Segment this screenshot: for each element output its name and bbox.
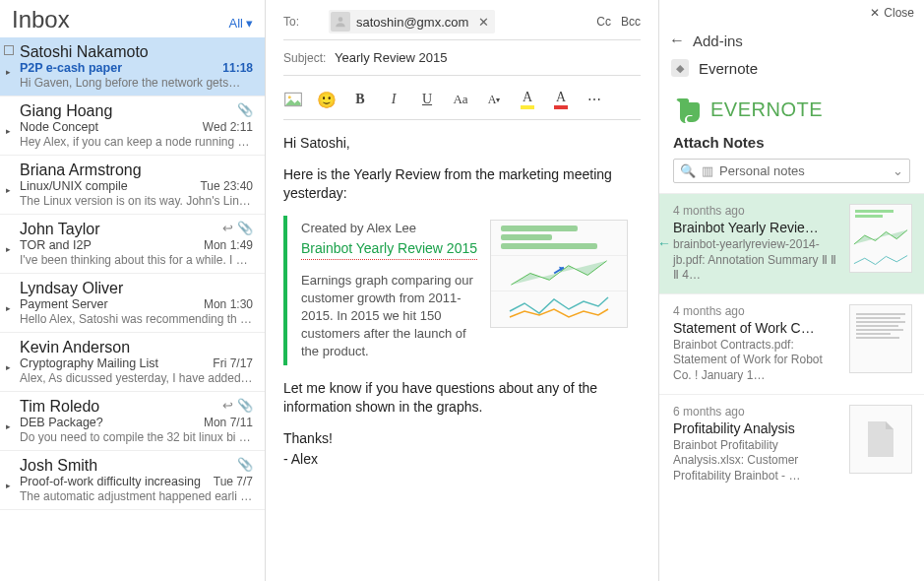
underline-button[interactable]: U xyxy=(417,90,437,109)
expand-caret-icon[interactable]: ▸ xyxy=(6,421,11,431)
attachment-icon: 📎 xyxy=(237,102,253,117)
attachment-icon: 📎 xyxy=(237,221,253,235)
chevron-down-icon: ▾ xyxy=(246,16,253,31)
search-icon: 🔍 xyxy=(680,163,696,178)
message-preview: Alex, As dicussed yesterday, I have adde… xyxy=(20,371,253,385)
note-created-by: Created by Alex Lee xyxy=(301,220,478,237)
inbox-pane: Inbox All ▾ ▸Satoshi NakamotoP2P e-cash … xyxy=(0,0,266,581)
inbox-filter[interactable]: All ▾ xyxy=(229,16,253,31)
message-item[interactable]: ▸Briana ArmstrongLinux/UNIX compileTue 2… xyxy=(0,156,265,215)
message-preview: The automatic adjustment happened earli … xyxy=(20,489,253,503)
note-title: Brainbot Yearly Revie… xyxy=(673,220,839,235)
message-time: Tue 7/7 xyxy=(214,475,253,488)
highlight-button[interactable]: A xyxy=(518,90,537,109)
message-item[interactable]: ▸↩📎John TaylorTOR and I2PMon 1:49I've be… xyxy=(0,215,265,274)
message-time: Fri 7/17 xyxy=(213,356,253,370)
greeting: Hi Satoshi, xyxy=(283,134,641,154)
message-time: Mon 7/11 xyxy=(204,416,253,429)
signature: - Alex xyxy=(283,450,641,470)
note-age: 6 months ago xyxy=(673,405,839,419)
note-age: 4 months ago xyxy=(673,204,839,218)
message-time: Mon 1:49 xyxy=(204,238,253,252)
format-toolbar: 🙂 B I U Aa A▾ A A ⋯ xyxy=(283,86,641,120)
sender-name: Lyndsay Oliver xyxy=(20,280,253,297)
message-preview: Hey Alex, if you can keep a node running… xyxy=(20,135,253,149)
elephant-icon xyxy=(673,95,703,124)
sender-name: Josh Smith xyxy=(20,457,253,475)
message-subject: Payment Server xyxy=(20,297,204,311)
email-body[interactable]: Hi Satoshi, Here is the Yearly Review fr… xyxy=(283,134,641,482)
expand-caret-icon[interactable]: ▸ xyxy=(6,67,11,77)
message-subject: Node Concept xyxy=(20,120,203,134)
to-row: To: satoshin@gmx.com ✕ Cc Bcc xyxy=(283,10,641,40)
expand-caret-icon[interactable]: ▸ xyxy=(6,303,11,313)
font-button[interactable]: Aa xyxy=(451,90,470,109)
expand-caret-icon[interactable]: ▸ xyxy=(6,481,11,490)
expand-caret-icon[interactable]: ▸ xyxy=(6,244,11,254)
note-description: Earnings graph comparing our customer gr… xyxy=(301,272,478,361)
sender-name: Briana Armstrong xyxy=(20,161,253,179)
compose-pane: To: satoshin@gmx.com ✕ Cc Bcc Subject: Y… xyxy=(266,0,658,581)
recipient-chip[interactable]: satoshin@gmx.com ✕ xyxy=(329,10,495,33)
addin-name: Evernote xyxy=(699,60,758,77)
to-label: To: xyxy=(283,15,323,29)
bcc-button[interactable]: Bcc xyxy=(621,15,641,29)
font-size-button[interactable]: A▾ xyxy=(484,90,504,109)
expand-caret-icon[interactable]: ▸ xyxy=(6,185,11,195)
note-title: Statement of Work C… xyxy=(673,320,839,336)
font-color-button[interactable]: A xyxy=(551,90,571,109)
insert-image-button[interactable] xyxy=(283,90,303,109)
insert-arrow-icon: ← xyxy=(659,235,671,251)
italic-button[interactable]: I xyxy=(384,90,403,109)
message-preview: Do you need to compile the 32 bit linux … xyxy=(20,430,253,444)
message-item[interactable]: ▸↩📎Tim RoledoDEB Package?Mon 7/11Do you … xyxy=(0,392,265,451)
notebook-icon: ▥ xyxy=(702,163,713,178)
evernote-small-icon: ◆ xyxy=(671,59,689,77)
select-checkbox[interactable] xyxy=(4,45,14,55)
evernote-wordmark: EVERNOTE xyxy=(710,98,823,121)
svg-point-0 xyxy=(339,17,343,22)
more-format-button[interactable]: ⋯ xyxy=(585,90,604,109)
note-item[interactable]: 4 months agoStatement of Work C…Brainbot… xyxy=(659,293,924,394)
note-description: Brainbot Profitability Analysis.xlsx: Cu… xyxy=(673,438,839,484)
message-item[interactable]: ▸Lyndsay OliverPayment ServerMon 1:30Hel… xyxy=(0,274,265,333)
attach-notes-heading: Attach Notes xyxy=(659,130,924,159)
sender-name: Tim Roledo xyxy=(20,398,253,416)
addins-title: Add-ins xyxy=(693,32,743,49)
expand-caret-icon[interactable]: ▸ xyxy=(6,126,11,136)
message-item[interactable]: ▸📎Giang HoangNode ConceptWed 2:11Hey Ale… xyxy=(0,97,265,156)
reply-icon: ↩ xyxy=(222,221,233,235)
message-subject: Proof-of-work difficulty increasing xyxy=(20,475,214,488)
expand-caret-icon[interactable]: ▸ xyxy=(6,362,11,372)
notebook-selector[interactable]: 🔍 ▥ Personal notes ⌄ xyxy=(673,159,910,183)
message-subject: DEB Package? xyxy=(20,416,204,429)
message-item[interactable]: ▸Kevin AndersonCryptography Mailing List… xyxy=(0,333,265,392)
recipient-email: satoshin@gmx.com xyxy=(356,15,468,30)
evernote-logo: EVERNOTE xyxy=(659,85,924,130)
message-time: Mon 1:30 xyxy=(204,297,253,311)
note-age: 4 months ago xyxy=(673,304,839,318)
attached-note-card[interactable]: Created by Alex Lee Brainbot Yearly Revi… xyxy=(283,216,641,365)
subject-input[interactable]: Yearly Review 2015 xyxy=(335,50,447,65)
bold-button[interactable]: B xyxy=(350,90,370,109)
message-preview: Hi Gaven, Long before the network gets… xyxy=(20,76,253,90)
note-item[interactable]: 6 months agoProfitability AnalysisBrainb… xyxy=(659,394,924,494)
sender-name: John Taylor xyxy=(20,221,253,238)
message-preview: I've been thinking about this for a whil… xyxy=(20,253,253,267)
note-item[interactable]: ←4 months agoBrainbot Yearly Revie…brain… xyxy=(659,193,924,293)
body-para-1: Here is the Yearly Review from the marke… xyxy=(283,165,641,204)
note-title: Brainbot Yearly Review 2015 xyxy=(301,239,477,260)
addin-pane: ✕Close ← Add-ins ◆ Evernote EVERNOTE Att… xyxy=(658,0,924,581)
close-button[interactable]: ✕Close xyxy=(870,6,914,20)
cc-button[interactable]: Cc xyxy=(596,15,611,29)
note-thumbnail xyxy=(849,304,912,373)
subject-label: Subject: xyxy=(283,51,327,65)
attachment-icon: 📎 xyxy=(237,457,253,472)
message-item[interactable]: ▸📎Josh SmithProof-of-work difficulty inc… xyxy=(0,451,265,510)
back-button[interactable]: ← xyxy=(669,32,685,49)
emoji-button[interactable]: 🙂 xyxy=(317,90,337,109)
attachment-icon: 📎 xyxy=(237,398,253,413)
note-thumbnail xyxy=(490,220,628,328)
remove-recipient-icon[interactable]: ✕ xyxy=(478,15,489,30)
message-item[interactable]: ▸Satoshi NakamotoP2P e-cash paper11:18Hi… xyxy=(0,37,265,97)
